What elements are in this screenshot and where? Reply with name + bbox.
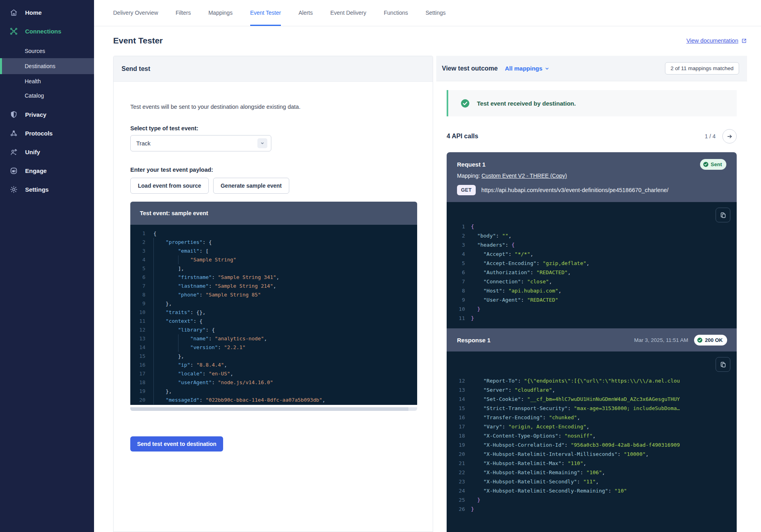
api-call-card: Request 1 Sent Mapping: Custom Event V2 … (447, 152, 737, 532)
arrow-right-icon (726, 133, 733, 140)
sidebar-item-unify[interactable]: Unify (0, 143, 94, 161)
unify-icon (10, 148, 18, 156)
engage-icon (10, 167, 18, 175)
payload-label: Enter your test event payload: (130, 167, 416, 173)
mapping-link[interactable]: Custom Event V2 - THREE (Copy) (481, 173, 567, 179)
sidebar-item-settings[interactable]: Settings (0, 180, 94, 199)
sidebar-item-label: Connections (25, 28, 61, 35)
copy-icon (720, 212, 727, 219)
sidebar-item-label: Unify (25, 149, 40, 155)
success-alert: Test event received by destination. (447, 90, 737, 116)
request-body-code: 1{2"body": "",3"headers": {4"Accept": "*… (447, 202, 737, 328)
sidebar-item-engage[interactable]: Engage (0, 161, 94, 180)
mapping-label: Mapping: (457, 173, 481, 179)
tab-bar: Delivery Overview Filters Mappings Event… (94, 0, 761, 26)
send-test-title: Send test (122, 65, 150, 73)
sidebar-item-sources[interactable]: Sources (0, 44, 94, 58)
payload-editor-title: Test event: sample event (130, 202, 417, 225)
test-outcome-panel: View test outcome All mappings 2 of 11 m… (436, 56, 747, 532)
sidebar-item-label: Home (25, 9, 42, 16)
tab-delivery-overview[interactable]: Delivery Overview (113, 0, 158, 26)
check-circle-icon (697, 337, 703, 343)
mappings-filter-dropdown[interactable]: All mappings (505, 65, 550, 72)
tab-settings[interactable]: Settings (426, 0, 446, 26)
event-type-label: Select type of test event: (130, 125, 416, 132)
response-body-code: 12"Report-To": "{\"endpoints\":[{\"url\"… (447, 351, 737, 532)
request-header: Request 1 Sent Mapping: Custom Event V2 … (447, 152, 737, 202)
api-calls-label: 4 API calls (447, 133, 478, 140)
connections-icon (10, 27, 18, 35)
event-type-select[interactable]: Track (130, 135, 271, 151)
copy-icon (720, 361, 727, 368)
sidebar-item-label: Settings (25, 186, 49, 193)
tab-filters[interactable]: Filters (176, 0, 191, 26)
sidebar-item-label: Health (25, 78, 41, 84)
tab-event-tester[interactable]: Event Tester (250, 0, 281, 26)
protocols-icon (10, 129, 18, 137)
sidebar-item-label: Privacy (25, 111, 46, 118)
next-api-call-button[interactable] (722, 129, 737, 143)
app-root: Home Connections Sources Destinations He… (0, 0, 761, 532)
send-test-header: Send test (114, 56, 433, 82)
sidebar-item-connections[interactable]: Connections (0, 22, 94, 41)
sidebar-item-health[interactable]: Health (0, 74, 94, 88)
page-content: Event Tester View documentation Send tes… (94, 26, 761, 532)
sidebar-item-catalog[interactable]: Catalog (0, 88, 94, 103)
sidebar: Home Connections Sources Destinations He… (0, 0, 94, 532)
payload-editor[interactable]: Test event: sample event 1{2"properties"… (130, 202, 417, 411)
mappings-matched-badge: 2 of 11 mappings matched (665, 62, 739, 75)
home-icon (10, 8, 18, 17)
sidebar-item-home[interactable]: Home (0, 3, 94, 22)
request-title: Request 1 (457, 161, 486, 168)
response-status-badge: 200 OK (694, 335, 727, 346)
shield-icon (10, 110, 18, 119)
sidebar-item-label: Sources (25, 48, 45, 54)
response-title: Response 1 (457, 337, 490, 344)
copy-response-button[interactable] (716, 357, 730, 372)
payload-code[interactable]: 1{2"properties": {3"email": [4"Sample St… (130, 225, 417, 405)
check-circle-icon (703, 161, 709, 167)
main-area: Delivery Overview Filters Mappings Event… (94, 0, 761, 532)
mappings-filter-value: All mappings (505, 65, 542, 72)
response-status-label: 200 OK (705, 337, 723, 343)
generate-sample-button[interactable]: Generate sample event (213, 178, 289, 194)
pagination-count: 1 / 4 (705, 133, 716, 139)
sidebar-item-privacy[interactable]: Privacy (0, 105, 94, 124)
copy-request-button[interactable] (716, 208, 730, 222)
http-method-chip: GET (457, 185, 476, 195)
send-test-event-button[interactable]: Send test event to destination (130, 436, 223, 452)
sidebar-item-label: Engage (25, 167, 47, 174)
mapping-row: Mapping: Custom Event V2 - THREE (Copy) (457, 173, 726, 179)
sidebar-item-label: Destinations (25, 63, 55, 69)
load-event-button[interactable]: Load event from source (130, 178, 209, 194)
check-circle-icon (460, 98, 470, 108)
doc-link-label: View documentation (686, 37, 738, 44)
sent-status-badge: Sent (700, 159, 726, 170)
success-alert-message: Test event received by destination. (477, 100, 576, 107)
tab-alerts[interactable]: Alerts (298, 0, 313, 26)
sidebar-item-protocols[interactable]: Protocols (0, 124, 94, 143)
editor-horizontal-scrollbar[interactable] (130, 407, 417, 411)
tab-event-delivery[interactable]: Event Delivery (330, 0, 366, 26)
gear-icon (10, 185, 18, 194)
sidebar-item-label: Catalog (25, 92, 44, 99)
sidebar-item-label: Protocols (25, 130, 53, 137)
tab-functions[interactable]: Functions (384, 0, 408, 26)
event-type-value: Track (136, 140, 151, 147)
response-header: Response 1 Mar 3, 2025, 11:51 AM 200 OK (447, 328, 737, 351)
external-link-icon (741, 38, 747, 44)
page-title: Event Tester (113, 36, 163, 45)
chevron-down-icon (544, 66, 550, 71)
send-test-description: Test events will be sent to your destina… (130, 104, 416, 110)
view-documentation-link[interactable]: View documentation (686, 37, 747, 44)
send-test-panel: Send test Test events will be sent to yo… (113, 56, 433, 532)
tab-mappings[interactable]: Mappings (208, 0, 233, 26)
outcome-header: View test outcome All mappings 2 of 11 m… (436, 56, 747, 81)
request-url: https://api.hubapi.com/events/v3/event-d… (481, 187, 669, 193)
response-timestamp: Mar 3, 2025, 11:51 AM (634, 337, 688, 343)
outcome-title: View test outcome (442, 65, 498, 72)
sent-status-label: Sent (711, 161, 722, 167)
sidebar-item-destinations[interactable]: Destinations (0, 58, 94, 74)
chevron-down-icon (257, 138, 267, 148)
